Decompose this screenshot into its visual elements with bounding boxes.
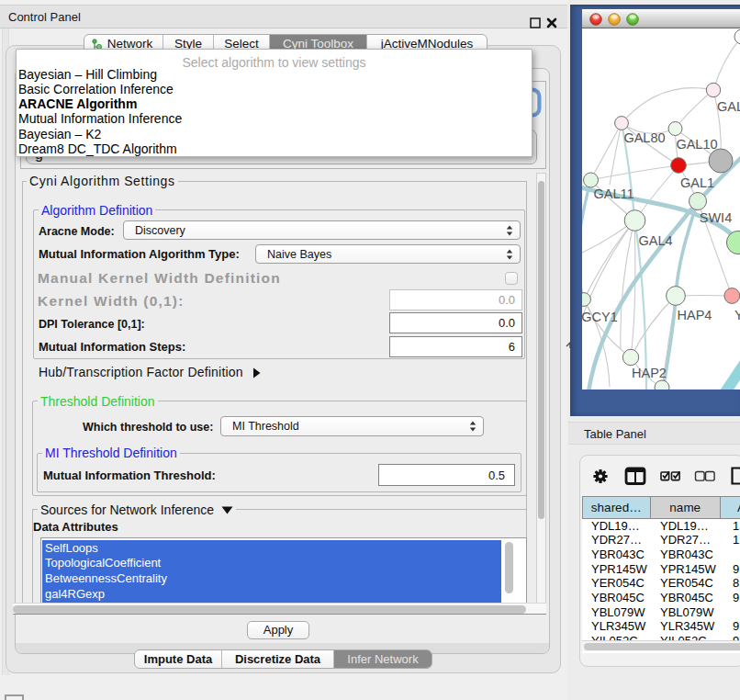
svg-text:HAP2: HAP2 [632, 366, 667, 380]
svg-text:GAL80: GAL80 [623, 130, 665, 145]
svg-text:GAL4: GAL4 [638, 233, 672, 248]
svg-text:GAL10: GAL10 [676, 137, 717, 152]
svg-text:SWI4: SWI4 [700, 210, 732, 225]
svg-text:GAL1: GAL1 [680, 175, 714, 190]
svg-text:HAP4: HAP4 [678, 308, 712, 322]
svg-text:GAL7: GAL7 [717, 99, 740, 114]
svg-text:GCY1: GCY1 [582, 310, 618, 324]
svg-text:GAL11: GAL11 [593, 186, 633, 201]
svg-text:Y: Y [734, 308, 740, 322]
